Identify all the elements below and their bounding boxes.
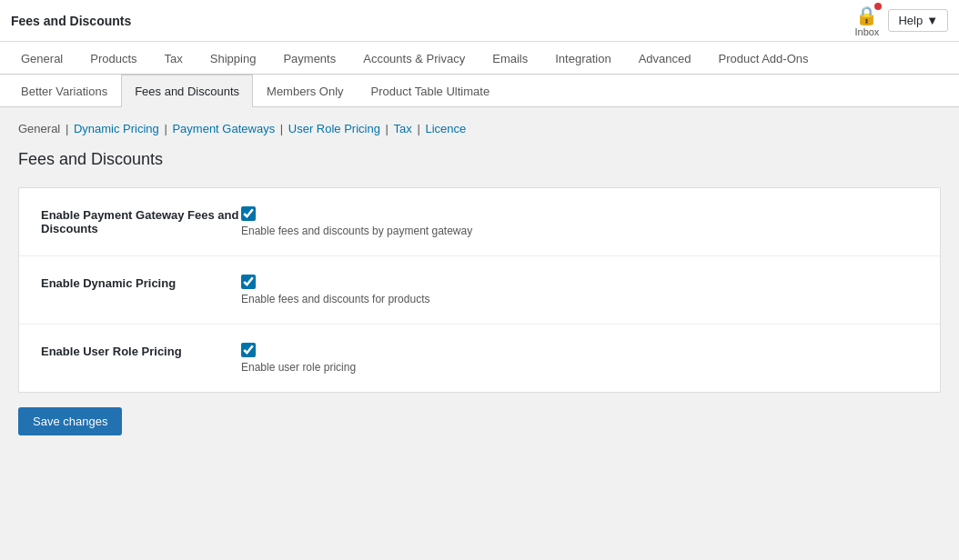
checkbox-wrap-user-role-pricing [241,343,918,357]
sub-nav-tax[interactable]: Tax [394,122,412,135]
checkbox-wrap-payment-gateway [241,206,918,221]
enable-user-role-pricing-checkbox[interactable] [241,343,256,357]
setting-label-user-role-pricing: Enable User Role Pricing [41,343,241,358]
setting-control-dynamic-pricing: Enable fees and discounts for products [241,275,918,305]
tab-product-add-ons[interactable]: Product Add-Ons [705,42,823,75]
sub-nav-current: General [18,122,60,135]
dynamic-pricing-description: Enable fees and discounts for products [241,293,918,305]
nav-tabs-primary: General Products Tax Shipping Payments A… [0,42,959,75]
tab-integration[interactable]: Integration [541,42,624,75]
tab-members-only[interactable]: Members Only [253,75,358,107]
enable-dynamic-pricing-checkbox[interactable] [241,275,256,289]
top-bar: Fees and Discounts 🔒 Inbox Help ▼ [0,0,959,42]
separator-5: | [417,122,423,135]
enable-payment-gateway-fees-checkbox[interactable] [241,206,256,221]
sub-nav-payment-gateways[interactable]: Payment Gateways [172,122,275,135]
setting-control-payment-gateway: Enable fees and discounts by payment gat… [241,206,918,237]
payment-gateway-description: Enable fees and discounts by payment gat… [241,225,918,237]
tab-fees-and-discounts[interactable]: Fees and Discounts [121,75,253,107]
help-button[interactable]: Help ▼ [888,9,948,32]
page-title: Fees and Discounts [18,150,941,169]
checkbox-wrap-dynamic-pricing [241,275,918,289]
setting-row-dynamic-pricing: Enable Dynamic Pricing Enable fees and d… [19,256,940,325]
setting-label-dynamic-pricing: Enable Dynamic Pricing [41,275,241,290]
main-content: General | Dynamic Pricing | Payment Gate… [0,107,959,450]
tab-tax[interactable]: Tax [151,42,197,75]
tab-payments[interactable]: Payments [269,42,349,75]
inbox-label: Inbox [854,26,879,37]
separator-3: | [280,122,287,135]
sub-nav-dynamic-pricing[interactable]: Dynamic Pricing [74,122,159,135]
separator-4: | [386,122,392,135]
tab-general[interactable]: General [7,42,76,75]
tab-better-variations[interactable]: Better Variations [7,75,121,107]
save-changes-button[interactable]: Save changes [18,407,122,435]
chevron-down-icon: ▼ [926,14,938,27]
inbox-button[interactable]: 🔒 Inbox [854,5,879,37]
setting-control-user-role-pricing: Enable user role pricing [241,343,918,374]
setting-row-user-role-pricing: Enable User Role Pricing Enable user rol… [19,325,940,392]
tab-emails[interactable]: Emails [479,42,541,75]
top-bar-right: 🔒 Inbox Help ▼ [854,5,948,37]
sub-nav-licence[interactable]: Licence [425,122,466,135]
inbox-badge [874,3,882,10]
sub-nav: General | Dynamic Pricing | Payment Gate… [18,122,941,135]
inbox-icon: 🔒 [855,5,878,26]
setting-label-payment-gateway: Enable Payment Gateway Fees and Discount… [41,206,241,235]
tab-accounts-privacy[interactable]: Accounts & Privacy [349,42,479,75]
nav-tabs-secondary: Better Variations Fees and Discounts Mem… [0,75,959,107]
user-role-pricing-description: Enable user role pricing [241,361,918,374]
tab-advanced[interactable]: Advanced [625,42,705,75]
setting-row-payment-gateway: Enable Payment Gateway Fees and Discount… [19,188,940,256]
tab-product-table-ultimate[interactable]: Product Table Ultimate [358,75,504,107]
settings-form: Enable Payment Gateway Fees and Discount… [18,187,941,393]
help-label: Help [898,14,923,27]
separator-2: | [164,122,170,135]
sub-nav-user-role-pricing[interactable]: User Role Pricing [288,122,380,135]
tab-shipping[interactable]: Shipping [197,42,270,75]
tab-products[interactable]: Products [76,42,150,75]
page-header-title: Fees and Discounts [11,14,131,28]
separator-1: | [66,122,72,135]
